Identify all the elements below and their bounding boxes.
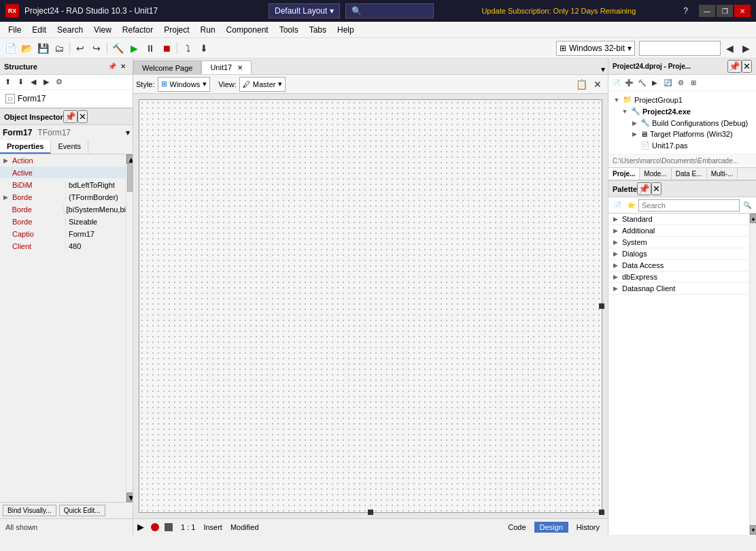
- palette-btn-1[interactable]: 📄: [611, 199, 623, 212]
- designer-btn-1[interactable]: 📋: [574, 77, 589, 92]
- structure-close-btn[interactable]: ✕: [118, 61, 128, 72]
- nav-back-btn[interactable]: ◀: [722, 41, 737, 56]
- stop-btn[interactable]: ⏹: [159, 41, 174, 56]
- proj-tb-new[interactable]: 📄: [610, 77, 622, 89]
- undo-btn[interactable]: ↩: [73, 41, 88, 56]
- expand-action[interactable]: ▶: [0, 154, 11, 167]
- form17-area[interactable]: [139, 99, 602, 513]
- proj-tab-data[interactable]: Data E...: [672, 168, 707, 180]
- pause-btn[interactable]: ⏸: [143, 41, 158, 56]
- tab-unit17[interactable]: Unit17 ✕: [201, 61, 252, 74]
- val-borde2[interactable]: [biSystemMenu,bi: [63, 205, 126, 214]
- val-bidim[interactable]: bdLeftToRight: [65, 181, 126, 189]
- struct-tb-1[interactable]: ⬆: [1, 76, 14, 88]
- run-btn[interactable]: ▶: [126, 41, 141, 56]
- expand-borde1[interactable]: ▶: [0, 191, 11, 203]
- nav-forward-btn[interactable]: ▶: [738, 41, 753, 56]
- proj-tb-run[interactable]: ▶: [649, 77, 661, 89]
- scroll-down-btn[interactable]: ▼: [126, 492, 133, 502]
- proj-tb-expand[interactable]: ⊞: [687, 77, 700, 89]
- proj-item-build[interactable]: ▶ 🔧 Build Configurations (Debug): [611, 117, 753, 129]
- menu-run[interactable]: Run: [195, 22, 221, 37]
- proj-expand-exe[interactable]: ▼: [621, 107, 629, 116]
- struct-tb-2[interactable]: ⬇: [14, 76, 27, 88]
- menu-tabs[interactable]: Tabs: [304, 22, 332, 37]
- menu-search[interactable]: Search: [52, 22, 88, 37]
- new-file-btn[interactable]: 📄: [3, 41, 18, 56]
- proj-tb-build[interactable]: 🔨: [636, 77, 648, 89]
- val-caption[interactable]: Form17: [65, 230, 126, 238]
- proj-tb-add[interactable]: ➕: [623, 77, 635, 89]
- redo-btn[interactable]: ↪: [89, 41, 104, 56]
- oi-object-selector[interactable]: Form17 TForm17 ▾: [0, 125, 133, 140]
- resize-handle-right[interactable]: [599, 303, 604, 309]
- proj-tb-refresh[interactable]: 🔄: [662, 77, 674, 89]
- proj-pin-btn[interactable]: 📌: [727, 60, 742, 73]
- oi-object-dropdown-arrow[interactable]: ▾: [126, 128, 130, 137]
- proj-expand-group[interactable]: ▼: [613, 96, 621, 104]
- build-btn[interactable]: 🔨: [110, 41, 125, 56]
- palette-search-input[interactable]: [638, 199, 740, 212]
- platform-selector[interactable]: ⊞ Windows 32-bit ▾: [556, 41, 635, 56]
- resize-handle-corner[interactable]: [599, 510, 604, 515]
- scroll-thumb[interactable]: [127, 165, 133, 192]
- oi-row-client[interactable]: Client 480: [0, 240, 126, 252]
- struct-tb-4[interactable]: ▶: [40, 76, 52, 88]
- maximize-button[interactable]: ❐: [717, 5, 733, 17]
- step-into-btn[interactable]: ⬇: [196, 41, 211, 56]
- oi-close-btn[interactable]: ✕: [78, 110, 88, 123]
- proj-item-target[interactable]: ▶ 🖥 Target Platforms (Win32): [611, 129, 753, 139]
- resize-handle-bottom[interactable]: [368, 510, 373, 515]
- tab-welcome-page[interactable]: Welcome Page: [133, 61, 201, 74]
- run-small-btn[interactable]: ▶: [136, 522, 145, 532]
- minimize-button[interactable]: —: [699, 5, 715, 17]
- search-toolbar[interactable]: [639, 41, 721, 56]
- menu-edit[interactable]: Edit: [27, 22, 52, 37]
- proj-close-btn[interactable]: ✕: [742, 60, 752, 73]
- proj-tab-multi[interactable]: Multi-...: [707, 168, 738, 180]
- proj-expand-build[interactable]: ▶: [630, 119, 638, 127]
- status-tab-code[interactable]: Code: [502, 522, 531, 533]
- style-dropdown[interactable]: ⊞ Windows ▾: [158, 77, 211, 92]
- menu-component[interactable]: Component: [221, 22, 274, 37]
- menu-project[interactable]: Project: [158, 22, 194, 37]
- proj-item-exe[interactable]: ▼ 🔧 Project24.exe: [611, 105, 753, 117]
- proj-item-group[interactable]: ▼ 📁 ProjectGroup1: [611, 94, 753, 105]
- oi-row-caption[interactable]: Captio Form17: [0, 228, 126, 240]
- save-all-btn[interactable]: 🗂: [52, 41, 67, 56]
- palette-close-btn[interactable]: ✕: [651, 182, 662, 195]
- palette-scroll-up[interactable]: ▲: [750, 214, 756, 223]
- proj-expand-target[interactable]: ▶: [630, 130, 638, 138]
- oi-scrollbar[interactable]: ▲ ▼: [126, 154, 133, 502]
- palette-section-dataaccess[interactable]: ▶ Data Access: [608, 260, 749, 271]
- oi-row-bidim[interactable]: BiDiM bdLeftToRight: [0, 179, 126, 191]
- save-btn[interactable]: 💾: [35, 41, 50, 56]
- palette-section-dbexpress[interactable]: ▶ dbExpress: [608, 271, 749, 283]
- oi-tab-properties[interactable]: Properties: [0, 140, 51, 154]
- designer-btn-2[interactable]: ✕: [590, 77, 605, 92]
- oi-row-borde1[interactable]: ▶ Borde (TFormBorder): [0, 191, 126, 203]
- menu-help[interactable]: Help: [332, 22, 360, 37]
- palette-section-system[interactable]: ▶ System: [608, 237, 749, 248]
- val-borde1[interactable]: (TFormBorder): [65, 193, 126, 201]
- status-tab-design[interactable]: Design: [534, 522, 568, 533]
- proj-item-unit17[interactable]: 📄 Unit17.pas: [611, 139, 753, 151]
- palette-scroll-down[interactable]: ▼: [750, 525, 756, 535]
- oi-row-action[interactable]: ▶ Action: [0, 154, 126, 167]
- palette-search-btn[interactable]: 🔍: [741, 199, 753, 212]
- palette-section-datasnap[interactable]: ▶ Datasnap Client: [608, 283, 749, 295]
- struct-tb-3[interactable]: ◀: [27, 76, 39, 88]
- proj-tb-options[interactable]: ⚙: [674, 77, 687, 89]
- scroll-up-btn[interactable]: ▲: [126, 154, 133, 164]
- palette-btn-2[interactable]: ⭐: [625, 199, 637, 212]
- oi-tab-events[interactable]: Events: [51, 140, 88, 154]
- layout-dropdown[interactable]: Default Layout ▾: [269, 3, 340, 18]
- quick-edit-btn[interactable]: Quick Edit...: [59, 505, 105, 516]
- open-btn[interactable]: 📂: [19, 41, 34, 56]
- val-client[interactable]: 480: [65, 242, 126, 250]
- proj-tab-proje[interactable]: Proje...: [608, 168, 640, 180]
- bind-visually-btn[interactable]: Bind Visually...: [3, 505, 56, 516]
- oi-row-borde3[interactable]: Borde Sizeable: [0, 216, 126, 228]
- menu-refactor[interactable]: Refactor: [117, 22, 158, 37]
- palette-section-dialogs[interactable]: ▶ Dialogs: [608, 248, 749, 260]
